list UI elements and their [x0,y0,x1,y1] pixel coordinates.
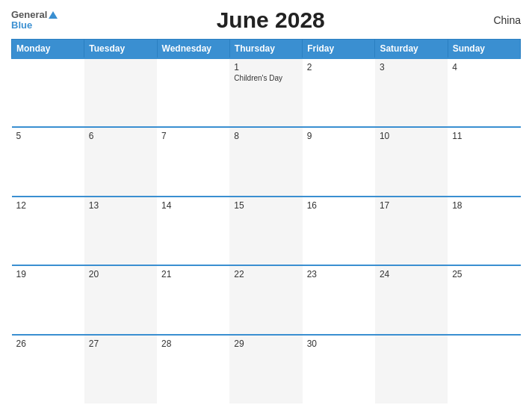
header-thursday: Thursday [229,40,302,59]
calendar-cell: 4 [448,58,520,127]
calendar-cell [375,335,448,404]
day-number: 28 [161,339,225,349]
calendar-cell: 26 [12,335,84,404]
calendar-cell: 27 [84,335,157,404]
day-number: 30 [307,339,371,349]
day-number: 4 [452,62,516,72]
day-number: 23 [307,269,371,279]
country-label: China [483,14,521,26]
calendar-title: June 2028 [58,7,483,33]
day-number: 16 [307,200,371,211]
day-number: 20 [89,269,152,279]
calendar-cell: 24 [375,265,448,334]
day-number: 25 [452,269,516,279]
calendar-cell: 10 [375,127,448,196]
calendar-cell: 19 [12,265,84,334]
calendar-cell: 3 [375,58,448,127]
calendar-cell [448,335,520,404]
header-wednesday: Wednesday [157,40,229,59]
calendar-header: General Blue June 2028 China [11,7,521,33]
calendar-cell: 28 [157,335,229,404]
day-number: 29 [234,339,297,349]
calendar-container: General Blue June 2028 China Monday Tues… [0,0,532,411]
calendar-cell: 20 [84,265,157,334]
day-number: 12 [16,200,80,211]
day-number: 5 [16,131,80,141]
calendar-cell: 30 [303,335,375,404]
logo: General Blue [11,10,58,31]
weekday-header-row: Monday Tuesday Wednesday Thursday Friday… [12,40,521,59]
calendar-cell: 29 [229,335,302,404]
calendar-table: Monday Tuesday Wednesday Thursday Friday… [11,39,521,404]
calendar-cell: 6 [84,127,157,196]
calendar-cell [84,58,157,127]
calendar-cell: 21 [157,265,229,334]
calendar-cell: 22 [229,265,302,334]
day-number: 24 [380,269,443,279]
calendar-cell: 14 [157,197,229,265]
calendar-cell: 15 [229,197,302,265]
day-number: 18 [452,200,516,211]
day-number: 17 [380,200,443,211]
day-number: 21 [161,269,225,279]
header-monday: Monday [12,40,84,59]
day-number: 9 [307,131,371,141]
logo-triangle-icon [49,11,58,19]
day-number: 13 [89,200,152,211]
calendar-cell: 25 [448,265,520,334]
day-number: 3 [380,62,443,72]
calendar-cell: 17 [375,197,448,265]
calendar-cell: 18 [448,197,520,265]
day-number: 14 [161,200,225,211]
header-friday: Friday [303,40,375,59]
calendar-cell: 1Children's Day [229,58,302,127]
logo-blue-text: Blue [11,20,58,31]
day-number: 27 [89,339,152,349]
calendar-cell: 8 [229,127,302,196]
calendar-cell [12,58,84,127]
day-number: 11 [452,131,516,141]
calendar-cell: 11 [448,127,520,196]
calendar-cell: 2 [303,58,375,127]
calendar-week-row: 2627282930 [12,335,521,404]
calendar-week-row: 567891011 [12,127,521,196]
day-number: 15 [234,200,297,211]
calendar-week-row: 12131415161718 [12,197,521,265]
day-number: 10 [380,131,443,141]
calendar-week-row: 19202122232425 [12,265,521,334]
calendar-cell: 5 [12,127,84,196]
header-saturday: Saturday [375,40,448,59]
day-number: 1 [234,62,297,72]
day-number: 6 [89,131,152,141]
day-number: 19 [16,269,80,279]
calendar-cell: 16 [303,197,375,265]
day-number: 22 [234,269,297,279]
day-number: 7 [161,131,225,141]
day-number: 2 [307,62,371,72]
calendar-week-row: 1Children's Day234 [12,58,521,127]
calendar-cell: 12 [12,197,84,265]
header-sunday: Sunday [448,40,520,59]
day-number: 26 [16,339,80,349]
calendar-cell: 13 [84,197,157,265]
calendar-cell: 9 [303,127,375,196]
day-number: 8 [234,131,297,141]
calendar-cell: 23 [303,265,375,334]
calendar-cell: 7 [157,127,229,196]
holiday-label: Children's Day [234,74,297,82]
logo-general-text: General [11,10,47,20]
calendar-cell [157,58,229,127]
header-tuesday: Tuesday [84,40,157,59]
